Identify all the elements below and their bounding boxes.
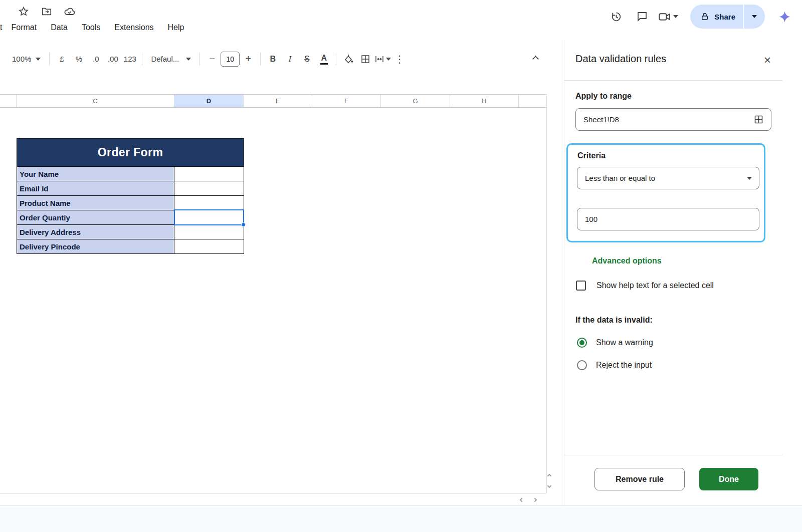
help-text-checkbox-label: Show help text for a selected cell [596,281,714,290]
menu-format[interactable]: Format [4,20,44,35]
zoom-caret-icon [36,58,41,61]
help-text-checkbox-row[interactable]: Show help text for a selected cell [576,281,714,291]
row-label-cell[interactable]: Email Id [17,181,174,195]
number-format-button[interactable]: 123 [121,50,138,68]
strikethrough-button[interactable]: S [298,50,315,68]
row-value-cell[interactable] [174,196,244,210]
reject-input-radio[interactable] [577,360,587,370]
row-value-cell[interactable] [174,239,244,253]
comment-icon[interactable] [632,6,653,27]
paint-bucket-icon [343,54,353,64]
percent-format-button[interactable]: % [70,50,87,68]
increase-decimal-button[interactable]: .00 [104,50,121,68]
merge-cells-button[interactable] [374,50,391,68]
advanced-options-link[interactable]: Advanced options [592,256,662,265]
decrease-decimal-button[interactable]: .0 [87,50,104,68]
toolbar-separator [199,53,200,66]
menu-data[interactable]: Data [44,20,75,35]
row-label-cell[interactable]: Delivery Address [17,225,174,239]
column-header-G[interactable]: G [381,95,450,107]
gemini-sparkle-icon[interactable] [774,6,795,27]
reject-input-label: Reject the input [596,361,652,370]
criteria-value-input[interactable]: 100 [577,208,759,230]
font-caret-icon [186,58,191,61]
document-actions [17,5,76,18]
share-button-group: Share [690,5,765,29]
font-select[interactable]: Defaul... [146,50,196,68]
decrease-font-size-button[interactable]: − [204,50,221,68]
lock-icon [700,12,709,21]
version-history-icon[interactable] [606,6,627,27]
row-label-cell[interactable]: Your Name [17,167,174,181]
row-label-cell[interactable]: Product Name [17,196,174,210]
more-toolbar-options[interactable]: ⋮ [391,50,408,68]
range-input[interactable]: Sheet1!D8 [575,108,771,131]
row-value-cell[interactable] [174,181,244,195]
fill-handle[interactable] [241,222,246,227]
fill-color-button[interactable] [340,50,357,68]
help-text-checkbox[interactable] [576,281,586,291]
row-value-cell[interactable] [174,167,244,181]
column-header-F[interactable]: F [312,95,381,107]
table-row: Email Id [17,181,244,195]
move-folder-icon[interactable] [40,5,53,18]
zoom-select[interactable]: 100% [7,50,46,68]
menu-extensions[interactable]: Extensions [107,20,160,35]
remove-rule-button[interactable]: Remove rule [594,468,685,490]
toolbar-separator [49,53,50,66]
menu-bar: t Format Data Tools Extensions Help Shar… [0,0,802,40]
bold-button[interactable]: B [264,50,281,68]
cloud-saved-icon[interactable] [63,5,76,18]
font-size-input[interactable]: 10 [221,52,240,67]
scroll-left-icon[interactable] [520,497,524,501]
show-warning-radio-row[interactable]: Show a warning [577,338,653,348]
range-value: Sheet1!D8 [583,115,619,124]
scroll-up-icon[interactable] [547,474,551,478]
menu-insert-partial[interactable]: t [0,20,4,35]
menu-tools[interactable]: Tools [75,20,107,35]
text-color-button[interactable]: A [315,50,332,68]
camera-dropdown-caret-icon[interactable] [673,15,678,18]
column-header-D[interactable]: D [174,95,244,107]
toolbar: 100% £ % .0 .00 123 Defaul... − 10 + B I… [0,40,564,78]
order-form-title-cell[interactable]: Order Form [17,139,244,166]
criteria-dropdown[interactable]: Less than or equal to [577,167,759,189]
italic-button[interactable]: I [281,50,298,68]
column-header-H[interactable]: H [450,95,519,107]
column-header-E[interactable]: E [244,95,312,107]
borders-button[interactable] [357,50,374,68]
currency-format-button[interactable]: £ [53,50,70,68]
hide-toolbar-button[interactable] [527,50,544,68]
reject-input-radio-row[interactable]: Reject the input [577,360,652,370]
done-button[interactable]: Done [699,468,758,490]
row-label-cell[interactable]: Delivery Pincode [17,239,174,253]
zoom-value: 100% [12,55,31,63]
close-icon[interactable]: × [762,52,773,68]
text-color-glyph: A [320,54,328,65]
table-row: Delivery Address [17,224,244,239]
star-icon[interactable] [17,5,30,18]
data-validation-panel: Data validation rules × Apply to range S… [564,40,802,505]
table-row: Delivery Pincode [17,239,244,253]
increase-font-size-button[interactable]: + [240,50,257,68]
borders-grid-icon [360,54,370,64]
panel-title: Data validation rules [575,53,666,65]
share-button[interactable]: Share [690,5,743,29]
menu-help[interactable]: Help [161,20,191,35]
column-header-stub[interactable] [0,95,17,107]
meet-camera-group[interactable] [658,10,681,24]
row-label-cell[interactable]: Order Quantiy [17,210,174,224]
merge-cells-icon [374,54,384,64]
select-range-grid-icon[interactable] [753,114,764,125]
criteria-selected-value: Less than or equal to [585,174,655,182]
row-value-cell[interactable] [174,225,244,239]
scroll-right-icon[interactable] [533,497,537,501]
scroll-down-icon[interactable] [547,484,551,488]
selected-cell-D8[interactable] [174,209,244,225]
column-header-C[interactable]: C [17,95,174,107]
criteria-label: Criteria [577,151,606,160]
share-dropdown-button[interactable] [744,5,765,29]
toolbar-separator [142,53,142,66]
column-header-partial[interactable] [519,95,546,107]
show-warning-radio[interactable] [577,338,587,348]
